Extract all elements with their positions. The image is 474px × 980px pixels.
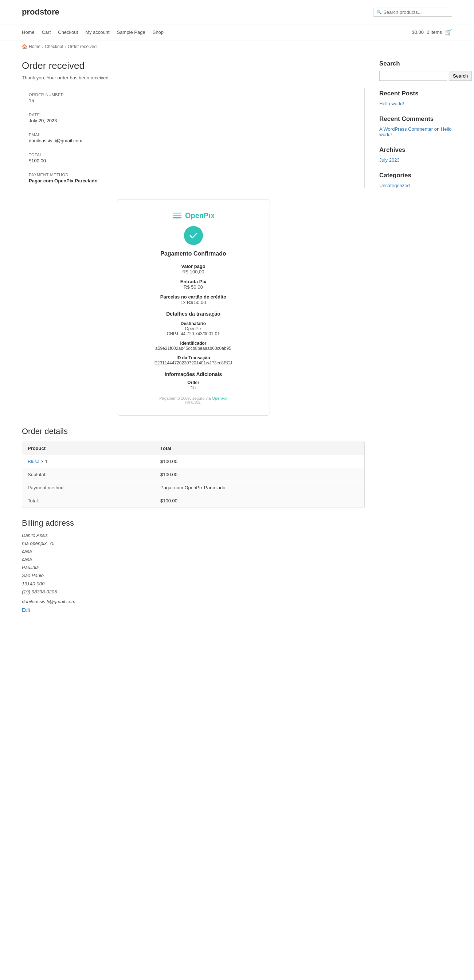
identificador-group: Identificador a59e21f002ab45dcb8beaaab60… <box>132 341 255 351</box>
cart-info: $0.00 0 items 🛒 <box>412 29 452 36</box>
payment-method-row: Payment method: Pagar com OpenPix Parcel… <box>22 481 365 494</box>
sidebar-recent-posts: Recent Posts Hello world! <box>379 90 452 106</box>
main-layout: Order received Thank you. Your order has… <box>0 53 474 620</box>
parcelas-row: Parcelas no cartão de crédito 1x R$ 50,0… <box>132 294 255 305</box>
nav-shop[interactable]: Shop <box>153 30 164 35</box>
cart-items-count: 0 items <box>427 30 442 35</box>
archives-title: Archives <box>379 146 452 154</box>
entrada-pix-row: Entrada Pix R$ 50,00 <box>132 279 255 290</box>
openpix-logo-icon <box>172 210 182 221</box>
recent-comment-text: A WordPress Commenter on Hello world! <box>379 126 452 137</box>
order-details-table: Product Total Blusa × 1 $100.00 Subtotal… <box>22 442 365 508</box>
order-payment-label: PAYMENT METHOD: <box>29 173 358 177</box>
site-logo: prodstore <box>22 7 59 17</box>
billing-name: Danilo Assis <box>22 533 48 538</box>
nav-cart[interactable]: Cart <box>42 30 51 35</box>
billing-city: Paulinia <box>22 565 38 570</box>
order-label: Order <box>132 380 255 385</box>
order-payment-value: Pagar com OpenPix Parcelado <box>29 178 358 183</box>
payment-method-value: Pagar com OpenPix Parcelado <box>155 481 364 494</box>
header-search-input[interactable] <box>383 10 449 15</box>
subtotal-row: Subtotal: $100.00 <box>22 468 365 481</box>
id-transacao-group: ID da Transação E23114447202307201401wJP… <box>132 355 255 366</box>
destinatario-label: Destinatário <box>132 321 255 326</box>
billing-phone: (19) 98338-0205 <box>22 589 57 595</box>
sidebar-search-section: Search Search <box>379 60 452 81</box>
order-email-value: daniloassis.ti@gmail.com <box>29 138 358 143</box>
billing-email: daniloassis.ti@gmail.com <box>22 599 365 604</box>
id-transacao-label: ID da Transação <box>132 355 255 360</box>
order-group: Order 15 <box>132 380 255 390</box>
product-link[interactable]: Blusa <box>28 459 40 464</box>
order-number-row: ORDER NUMBER: 15 <box>22 88 364 108</box>
payment-method-label: Payment method: <box>22 481 155 494</box>
order-date-row: DATE: July 20, 2023 <box>22 108 364 128</box>
nav-checkout[interactable]: Checkout <box>58 30 78 35</box>
billing-edit-link[interactable]: Edit <box>22 607 30 612</box>
nav-my-account[interactable]: My account <box>85 30 109 35</box>
order-email-label: EMAIL: <box>29 132 358 137</box>
sidebar-search-button[interactable]: Search <box>449 71 472 81</box>
header-search-bar[interactable]: 🔍 <box>373 8 452 17</box>
recent-post-hello-world[interactable]: Hello world! <box>379 101 452 106</box>
order-date-label: DATE: <box>29 113 358 117</box>
total-value: $100.00 <box>155 494 364 508</box>
order-number-label: ORDER NUMBER: <box>29 92 358 97</box>
order-total-label: TOTAL: <box>29 153 358 157</box>
valor-pago-row: Valor pago R$ 100,00 <box>132 264 255 275</box>
order-summary: ORDER NUMBER: 15 DATE: July 20, 2023 EMA… <box>22 88 365 188</box>
categories-title: Categories <box>379 172 452 179</box>
svg-rect-0 <box>173 213 182 214</box>
category-uncategorized[interactable]: Uncategorized <box>379 183 452 188</box>
col-total: Total <box>155 442 364 455</box>
destinatario-cnpj: CNPJ: 44.720.743/0001-01 <box>132 331 255 336</box>
billing-postcode: 13140-000 <box>22 581 45 587</box>
nav-home[interactable]: Home <box>22 30 35 35</box>
order-email-row: EMAIL: daniloassis.ti@gmail.com <box>22 128 364 148</box>
breadcrumb-checkout[interactable]: Checkout <box>45 44 64 49</box>
svg-rect-2 <box>173 217 182 218</box>
valor-pago-label: Valor pago <box>132 264 255 269</box>
archive-july-2023[interactable]: July 2023 <box>379 157 452 163</box>
openpix-logo-text: OpenPix <box>185 212 215 220</box>
destinatario-group: Destinatário OpenPix CNPJ: 44.720.743/00… <box>132 321 255 336</box>
billing-address: Danilo Assis rua openpix, 75 casa casa P… <box>22 531 365 596</box>
sidebar-search-input[interactable] <box>379 71 447 81</box>
svg-rect-1 <box>173 215 182 216</box>
recent-comments-title: Recent Comments <box>379 115 452 123</box>
billing-line3: casa <box>22 557 32 562</box>
cart-amount: $0.00 <box>412 30 424 35</box>
parcelas-label: Parcelas no cartão de crédito <box>132 294 255 300</box>
breadcrumb-icon: 🏠 <box>22 44 27 49</box>
order-total-value: $100.00 <box>29 158 358 164</box>
nav-sample-page[interactable]: Sample Page <box>117 30 145 35</box>
destinatario-name: OpenPix <box>132 326 255 331</box>
breadcrumb-home[interactable]: Home <box>29 44 40 49</box>
version-text: (v9.0.302) <box>132 401 255 404</box>
order-payment-row: PAYMENT METHOD: Pagar com OpenPix Parcel… <box>22 168 364 188</box>
openpix-secure-link[interactable]: OpenPix <box>212 396 227 401</box>
identificador-label: Identificador <box>132 341 255 346</box>
product-cell: Blusa × 1 <box>22 455 155 468</box>
search-icon: 🔍 <box>377 10 382 14</box>
billing-state: São Paulo <box>22 573 44 578</box>
breadcrumb-current: Order received <box>68 44 97 49</box>
order-thankyou: Thank you. Your order has been received. <box>22 75 365 80</box>
valor-pago-value: R$ 100,00 <box>132 269 255 275</box>
id-transacao-value: E23114447202307201401wJP3ec8RCJ <box>132 360 255 366</box>
table-header-row: Product Total <box>22 442 365 455</box>
product-total-cell: $100.00 <box>155 455 364 468</box>
openpix-logo: OpenPix <box>132 210 255 221</box>
subtotal-value: $100.00 <box>155 468 364 481</box>
sidebar-search-title: Search <box>379 60 452 67</box>
billing-title: Billing address <box>22 519 365 528</box>
total-label: Total: <box>22 494 155 508</box>
header: prodstore 🔍 <box>0 0 474 24</box>
sidebar-search-form: Search <box>379 71 452 81</box>
order-total-row: TOTAL: $100.00 <box>22 148 364 168</box>
secure-text: Pagamento 100% seguro via OpenPix <box>132 396 255 401</box>
commenter-link[interactable]: A WordPress Commenter <box>379 126 433 132</box>
breadcrumb-sep1: › <box>42 44 43 49</box>
order-details-title: Order details <box>22 426 365 436</box>
sidebar: Search Search Recent Posts Hello world! … <box>379 60 452 612</box>
